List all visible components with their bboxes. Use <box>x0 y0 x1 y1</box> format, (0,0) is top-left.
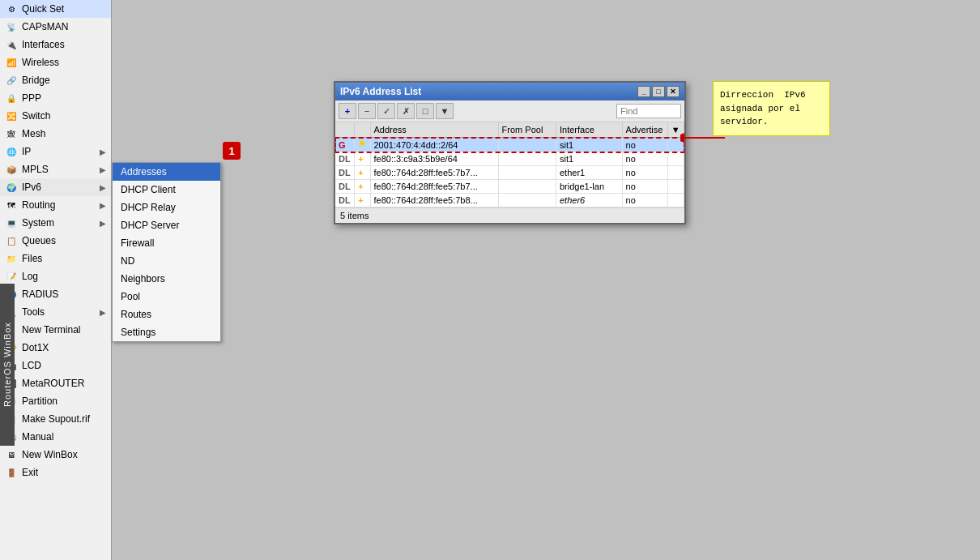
sidebar-item-partition[interactable]: 💿 Partition <box>0 392 111 410</box>
sidebar-label-new-terminal: New Terminal <box>22 324 80 336</box>
col-advertise[interactable]: Advertise <box>622 122 667 138</box>
ipv6-arrow-icon: ▶ <box>100 183 106 192</box>
maximize-button[interactable]: □ <box>652 86 665 97</box>
sidebar-item-manual[interactable]: 📖 Manual <box>0 428 111 446</box>
address-table: Address From Pool Interface Advertise ▼ … <box>335 122 684 207</box>
sidebar-item-new-winbox[interactable]: 🖥 New WinBox <box>0 446 111 464</box>
sidebar-label-manual: Manual <box>22 431 53 442</box>
window-title: IPv6 Address List <box>340 86 421 97</box>
sidebar-item-tools[interactable]: 🔧 Tools ▶ <box>0 303 111 321</box>
bridge-icon: 🔗 <box>5 74 18 87</box>
status-items: 5 items <box>340 211 369 220</box>
ipv6-address-list-window: IPv6 Address List _ □ ✕ + − ✓ ✗ □ ▼ Addr… <box>334 81 686 224</box>
sidebar-item-lcd[interactable]: 📺 LCD <box>0 357 111 374</box>
sidebar-label-ppp: PPP <box>22 92 41 104</box>
ppp-icon: 🔒 <box>5 92 18 105</box>
cell-address: fe80::3:c9a3:5b9e/64 <box>370 152 498 166</box>
cell-interface: sit1 <box>556 152 622 166</box>
system-arrow-icon: ▶ <box>100 219 106 228</box>
sidebar-item-system[interactable]: 💻 System ▶ <box>0 214 111 232</box>
table-row[interactable]: G ⚑ 2001:470:4:4dd::2/64 sit1 no <box>335 138 684 152</box>
queues-icon: 📋 <box>5 234 18 247</box>
sidebar-label-queues: Queues <box>22 235 56 246</box>
submenu-item-addresses[interactable]: Addresses <box>113 163 220 181</box>
sidebar-label-files: Files <box>22 253 42 264</box>
submenu-item-routes[interactable]: Routes <box>113 306 220 323</box>
sidebar-item-bridge[interactable]: 🔗 Bridge <box>0 71 111 89</box>
sidebar-label-ipv6: IPv6 <box>22 182 41 193</box>
ip-icon: 🌐 <box>5 145 18 158</box>
sidebar-item-ipv6[interactable]: 🌍 IPv6 ▶ <box>0 178 111 196</box>
cell-type: DL <box>335 180 355 194</box>
cell-address: fe80::764d:28ff:fee5:7b8... <box>370 194 498 207</box>
cell-interface: ether1 <box>556 166 622 180</box>
close-button[interactable]: ✕ <box>667 86 680 97</box>
sidebar-item-routing[interactable]: 🗺 Routing ▶ <box>0 196 111 214</box>
sidebar-label-log: Log <box>22 271 38 282</box>
table-row[interactable]: DL + fe80::764d:28ff:fee5:7b7... ether1 … <box>335 166 684 180</box>
sidebar-item-switch[interactable]: 🔀 Switch <box>0 107 111 125</box>
col-interface[interactable]: Interface <box>556 122 622 138</box>
submenu-item-settings[interactable]: Settings <box>113 323 220 341</box>
ipv6-submenu: Addresses DHCP Client DHCP Relay DHCP Se… <box>112 162 221 342</box>
sidebar-label-dot1x: Dot1X <box>22 342 49 353</box>
cell-from-pool <box>498 180 556 194</box>
sidebar-item-exit[interactable]: 🚪 Exit <box>0 464 111 481</box>
sidebar-item-quickset[interactable]: ⚙ Quick Set <box>0 0 111 18</box>
sidebar-item-files[interactable]: 📁 Files <box>0 250 111 267</box>
sidebar-item-make-supout[interactable]: 📄 Make Supout.rif <box>0 410 111 428</box>
switch-icon: 🔀 <box>5 109 18 122</box>
col-type[interactable] <box>335 122 355 138</box>
col-from-pool[interactable]: From Pool <box>498 122 556 138</box>
sidebar-item-radius[interactable]: 🔵 RADIUS <box>0 285 111 303</box>
annotation-arrow <box>680 126 729 150</box>
remove-button[interactable]: − <box>358 103 376 119</box>
table-row[interactable]: DL + fe80::764d:28ff:fee5:7b7... bridge1… <box>335 180 684 194</box>
cell-flag: + <box>355 166 370 180</box>
sidebar-label-lcd: LCD <box>22 360 41 371</box>
disable-button[interactable]: ✗ <box>397 103 415 119</box>
sidebar-label-routing: Routing <box>22 199 55 211</box>
submenu-item-pool[interactable]: Pool <box>113 288 220 306</box>
table-row[interactable]: DL + fe80::3:c9a3:5b9e/64 sit1 no <box>335 152 684 166</box>
sidebar-item-log[interactable]: 📝 Log <box>0 267 111 285</box>
table-row[interactable]: DL + fe80::764d:28ff:fee5:7b8... ether6 … <box>335 194 684 207</box>
sidebar-label-capsman: CAPsMAN <box>22 21 68 32</box>
sidebar-item-metarouter[interactable]: 🔲 MetaROUTER <box>0 374 111 392</box>
submenu-item-firewall[interactable]: Firewall <box>113 234 220 252</box>
exit-icon: 🚪 <box>5 466 18 479</box>
minimize-button[interactable]: _ <box>637 86 650 97</box>
sidebar-item-ppp[interactable]: 🔒 PPP <box>0 89 111 107</box>
sidebar-item-new-terminal[interactable]: 🖥 New Terminal <box>0 321 111 339</box>
find-input[interactable] <box>616 104 681 118</box>
sidebar-item-mesh[interactable]: 🕸 Mesh <box>0 125 111 143</box>
routing-icon: 🗺 <box>5 199 18 212</box>
submenu-item-nd[interactable]: ND <box>113 252 220 270</box>
add-button[interactable]: + <box>339 103 356 119</box>
col-address[interactable]: Address <box>370 122 498 138</box>
sidebar-item-queues[interactable]: 📋 Queues <box>0 232 111 250</box>
sidebar-item-ip[interactable]: 🌐 IP ▶ <box>0 143 111 160</box>
cell-from-pool <box>498 194 556 207</box>
submenu-item-dhcp-client[interactable]: DHCP Client <box>113 181 220 199</box>
submenu-item-neighbors[interactable]: Neighbors <box>113 270 220 288</box>
sidebar-item-dot1x[interactable]: 🔑 Dot1X <box>0 339 111 357</box>
sidebar-item-capsman[interactable]: 📡 CAPsMAN <box>0 18 111 36</box>
tools-arrow-icon: ▶ <box>100 308 106 317</box>
sidebar-item-interfaces[interactable]: 🔌 Interfaces <box>0 36 111 53</box>
sidebar-label-new-winbox: New WinBox <box>22 449 78 460</box>
submenu-item-dhcp-relay[interactable]: DHCP Relay <box>113 199 220 216</box>
sidebar-item-mpls[interactable]: 📦 MPLS ▶ <box>0 160 111 178</box>
enable-button[interactable]: ✓ <box>377 103 395 119</box>
cell-address: 2001:470:4:4dd::2/64 <box>370 138 498 152</box>
annotation-box: Dirreccion IPv6asignada por elservidor. <box>713 81 830 136</box>
cell-flag: ⚑ <box>355 138 370 152</box>
col-flag[interactable] <box>355 122 370 138</box>
sidebar-item-wireless[interactable]: 📶 Wireless <box>0 53 111 71</box>
sidebar-label-ip: IP <box>22 146 31 157</box>
submenu-item-dhcp-server[interactable]: DHCP Server <box>113 216 220 234</box>
copy-button[interactable]: □ <box>416 103 434 119</box>
filter-button[interactable]: ▼ <box>436 103 454 119</box>
window-title-bar: IPv6 Address List _ □ ✕ <box>335 83 684 100</box>
interfaces-icon: 🔌 <box>5 38 18 51</box>
